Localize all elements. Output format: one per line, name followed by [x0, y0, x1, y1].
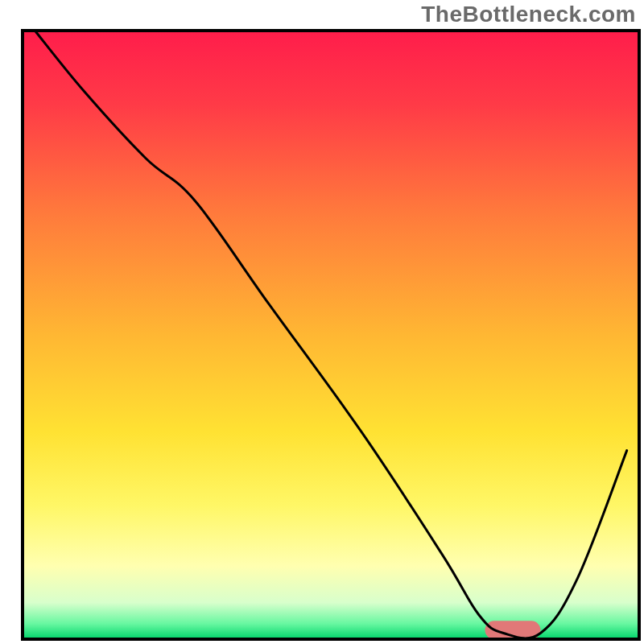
chart-svg — [0, 0, 644, 644]
attribution-label: TheBottleneck.com — [421, 2, 636, 27]
gradient-background — [23, 31, 639, 639]
bottleneck-chart: TheBottleneck.com — [0, 0, 644, 644]
